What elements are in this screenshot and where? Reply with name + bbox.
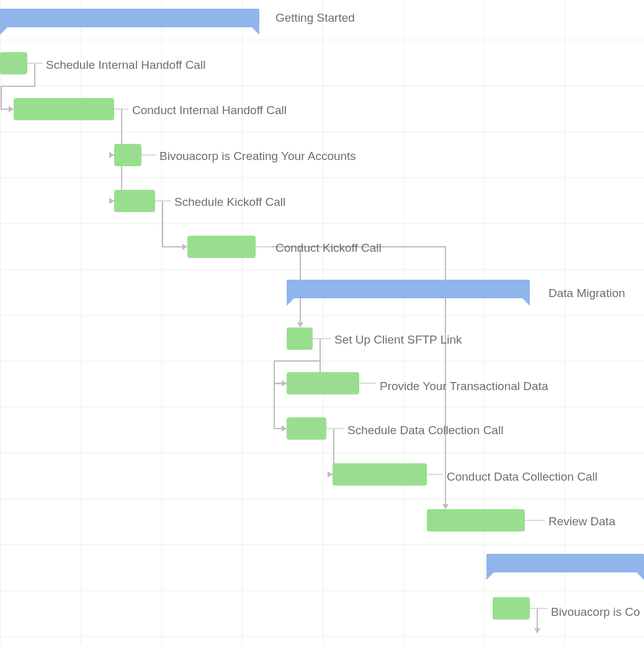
task-label: Conduct Data Collection Call: [447, 470, 597, 484]
task-label: Conduct Internal Handoff Call: [132, 104, 287, 117]
task-label: Schedule Kickoff Call: [174, 195, 285, 209]
task-label: Bivouacorp is Creating Your Accounts: [159, 149, 356, 163]
task-bar[interactable]: [114, 144, 141, 166]
svg-marker-5: [442, 504, 449, 509]
grid-row: [0, 86, 644, 86]
grid-column: [0, 0, 1, 645]
grid-column: [81, 0, 81, 645]
label-connector: [114, 109, 128, 110]
grid-row: [0, 269, 644, 270]
label-connector: [256, 246, 272, 247]
task-label: Schedule Internal Handoff Call: [46, 58, 205, 72]
svg-marker-4: [297, 322, 303, 327]
grid-row: [0, 223, 644, 224]
task-label: Review Data: [548, 515, 615, 528]
svg-marker-1: [109, 152, 114, 158]
task-bar[interactable]: [14, 98, 114, 120]
dependency-layer: [0, 0, 644, 645]
label-connector: [359, 383, 376, 384]
grid-column: [403, 0, 404, 645]
grid-column: [161, 0, 162, 645]
task-label: Set Up Client SFTP Link: [334, 333, 462, 347]
task-label: Conduct Kickoff Call: [275, 241, 382, 255]
task-bar[interactable]: [187, 236, 256, 258]
label-connector: [141, 154, 156, 156]
label-connector: [326, 428, 344, 429]
label-connector: [525, 520, 545, 521]
grid-row: [0, 636, 644, 637]
grid-row: [0, 407, 644, 407]
svg-marker-8: [328, 471, 333, 478]
phase-label: Data Migration: [548, 287, 625, 300]
grid-row: [0, 590, 644, 591]
label-connector: [155, 200, 171, 202]
phase-bar[interactable]: [0, 9, 259, 27]
task-bar[interactable]: [333, 463, 427, 486]
svg-marker-2: [109, 198, 114, 204]
grid-row: [0, 131, 644, 132]
label-connector: [427, 474, 443, 475]
grid-row: [0, 177, 644, 178]
task-bar[interactable]: [427, 509, 525, 532]
grid-row: [0, 499, 644, 499]
grid-row: [0, 453, 644, 453]
grid-column: [484, 0, 485, 645]
task-bar[interactable]: [114, 190, 155, 212]
task-label: Bivouacorp is Co: [551, 605, 640, 619]
label-connector: [530, 608, 547, 609]
label-connector: [313, 338, 331, 339]
task-bar[interactable]: [287, 327, 313, 350]
task-bar[interactable]: [287, 372, 359, 394]
grid-column: [323, 0, 323, 645]
grid-column: [565, 0, 565, 645]
grid-row: [0, 361, 644, 362]
grid-row: [0, 545, 644, 545]
svg-marker-7: [282, 425, 287, 432]
phase-bar[interactable]: [486, 554, 644, 572]
grid-row: [0, 315, 644, 316]
svg-marker-0: [9, 106, 14, 112]
task-bar[interactable]: [493, 597, 530, 620]
task-bar[interactable]: [0, 52, 27, 74]
phase-bar[interactable]: [287, 280, 530, 298]
svg-marker-3: [182, 244, 187, 250]
label-connector: [27, 63, 42, 64]
task-label: Schedule Data Collection Call: [347, 424, 503, 437]
grid-column: [242, 0, 243, 645]
task-bar[interactable]: [287, 417, 326, 440]
grid-row: [0, 40, 644, 40]
phase-label: Getting Started: [275, 11, 355, 25]
svg-marker-6: [282, 380, 287, 386]
svg-marker-9: [534, 628, 540, 633]
task-label: Provide Your Transactional Data: [380, 380, 548, 393]
